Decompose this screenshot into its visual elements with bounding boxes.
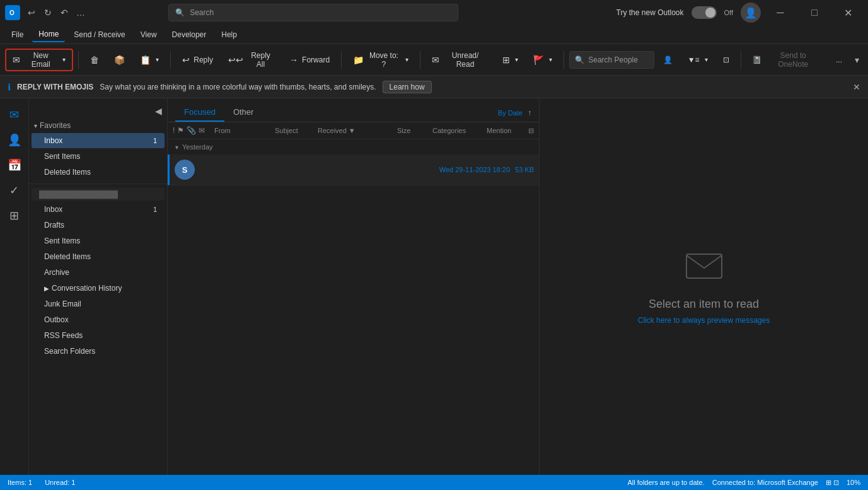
new-email-icon: ✉	[13, 55, 20, 65]
col-received-header[interactable]: Received ▼	[318, 127, 393, 134]
titlebar-right: Try the new Outlook Off 👤	[616, 3, 761, 23]
group-chevron: ▾	[175, 144, 178, 151]
by-date-label[interactable]: By Date	[498, 109, 523, 117]
menu-home[interactable]: Home	[32, 27, 65, 42]
move-to-button[interactable]: 📁 Move to: ?	[347, 49, 415, 71]
sidebar-item-deleted[interactable]: Deleted Items	[32, 249, 165, 264]
try-outlook-label: Try the new Outlook	[616, 8, 684, 17]
user-avatar[interactable]: 👤	[741, 3, 761, 23]
learn-how-button[interactable]: Learn how	[383, 81, 432, 93]
drafts-label: Drafts	[44, 221, 64, 230]
favorites-header[interactable]: ▾ Favorites	[29, 119, 167, 132]
sidebar-collapse-button[interactable]: ◀	[29, 103, 167, 119]
toolbar-collapse-button[interactable]: ▾	[851, 52, 863, 67]
menu-bar: File Home Send / Receive View Developer …	[0, 25, 868, 44]
sent-label: Sent Items	[44, 236, 80, 245]
reading-pane-title: Select an item to read	[649, 298, 759, 311]
view-settings-button[interactable]: ⊞	[496, 49, 524, 71]
email-meta: Wed 29-11-2023 18:20 53 KB	[439, 166, 534, 173]
search-folders-label: Search Folders	[44, 347, 95, 356]
person-icon-button[interactable]: 👤	[657, 49, 679, 71]
sidebar-item-sent-fav[interactable]: Sent Items	[32, 149, 165, 164]
title-search-box[interactable]: 🔍 Search	[168, 4, 458, 21]
sidebar-item-inbox-fav[interactable]: Inbox 1	[32, 133, 165, 148]
sort-direction-icon[interactable]: ↑	[528, 108, 531, 117]
menu-file[interactable]: File	[5, 28, 30, 42]
column-headers: ! ⚑ 📎 ✉ From Subject Received ▼ Size Cat…	[168, 122, 539, 139]
refresh-icon[interactable]: ↻	[42, 6, 54, 19]
category-icon: ⊡	[723, 55, 729, 64]
received-sort-icon: ▼	[349, 127, 356, 134]
new-outlook-toggle[interactable]	[692, 6, 717, 19]
sidebar-item-rss[interactable]: RSS Feeds	[32, 328, 165, 343]
folder-icon: 📁	[353, 55, 364, 65]
outbox-label: Outbox	[44, 315, 69, 324]
email-row[interactable]: S Wed 29-11-2023 18:20 53 KB	[168, 155, 539, 185]
tab-focused[interactable]: Focused	[175, 103, 224, 122]
flag-button[interactable]: 🚩	[527, 49, 558, 71]
tab-other[interactable]: Other	[224, 103, 263, 122]
status-bar: Items: 1 Unread: 1 All folders are up to…	[0, 475, 868, 490]
sidebar-item-sent[interactable]: Sent Items	[32, 233, 165, 248]
sidebar-item-junk[interactable]: Junk Email	[32, 296, 165, 312]
forward-button[interactable]: → Forward	[283, 49, 336, 71]
sent-fav-label: Sent Items	[44, 152, 80, 161]
sidebar-item-search-folders[interactable]: Search Folders	[32, 344, 165, 359]
more-icon[interactable]: …	[74, 6, 87, 19]
new-email-button[interactable]: ✉ New Email	[5, 49, 73, 71]
unread-read-button[interactable]: ✉ Unread/ Read	[425, 49, 494, 71]
conv-history-expand-icon: ▶	[44, 285, 49, 292]
sidebar-item-conversation-history[interactable]: ▶ Conversation History	[32, 281, 165, 296]
notification-close[interactable]: ✕	[853, 82, 860, 92]
inbox-fav-badge: 1	[153, 137, 157, 144]
maximize-button[interactable]: □	[800, 0, 829, 25]
close-button[interactable]: ✕	[834, 0, 863, 25]
size-header-label: Size	[397, 127, 410, 134]
archive-button[interactable]: 📦	[108, 49, 131, 71]
reply-button[interactable]: ↩ Reply	[176, 49, 219, 71]
reply-all-label: Reply All	[247, 51, 274, 69]
date-group-label: Yesterday	[182, 143, 213, 151]
reply-all-button[interactable]: ↩↩ Reply All	[222, 49, 281, 71]
filter-button[interactable]: ▼≡	[681, 49, 714, 71]
col-from-header[interactable]: From	[214, 127, 271, 134]
menu-developer[interactable]: Developer	[166, 28, 213, 42]
sidebar-item-drafts[interactable]: Drafts	[32, 218, 165, 233]
nav-calendar-icon[interactable]: 📅	[3, 154, 26, 177]
menu-send-receive[interactable]: Send / Receive	[67, 28, 131, 42]
sidebar-item-outbox[interactable]: Outbox	[32, 312, 165, 327]
menu-view[interactable]: View	[134, 28, 163, 42]
minimize-button[interactable]: ─	[766, 0, 795, 25]
col-filter-icon[interactable]: ⊟	[528, 127, 534, 135]
menu-help[interactable]: Help	[215, 28, 243, 42]
sidebar: ◀ ▾ Favorites Inbox 1 Sent Items Deleted…	[29, 98, 168, 475]
avatar-letter: S	[182, 165, 188, 175]
more-options-button[interactable]: ...	[830, 49, 848, 71]
people-search-icon: 🔍	[575, 55, 584, 64]
nav-contacts-icon[interactable]: 👤	[3, 129, 26, 151]
outlook-logo: O	[5, 5, 20, 20]
sidebar-item-inbox[interactable]: Inbox 1	[32, 202, 165, 217]
grid-icon: ⊞	[502, 55, 510, 65]
move-button[interactable]: 📋	[134, 49, 165, 71]
delete-button[interactable]: 🗑	[84, 49, 105, 71]
sidebar-item-archive[interactable]: Archive	[32, 265, 165, 280]
tabs-bar: Focused Other By Date ↑	[168, 98, 539, 122]
sidebar-item-deleted-fav[interactable]: Deleted Items	[32, 165, 165, 180]
nav-apps-icon[interactable]: ⊞	[3, 204, 26, 227]
nav-tasks-icon[interactable]: ✓	[3, 179, 26, 202]
nav-mail-icon[interactable]: ✉	[3, 103, 26, 126]
col-subject-header[interactable]: Subject	[275, 127, 314, 134]
status-all-folders: All folders are up to date.	[627, 479, 704, 486]
reading-pane-link[interactable]: Click here to always preview messages	[638, 316, 770, 325]
main-layout: ✉ 👤 📅 ✓ ⊞ ◀ ▾ Favorites Inbox 1 Sent Ite…	[0, 98, 868, 475]
col-categories-header[interactable]: Categories	[432, 127, 483, 134]
back-icon[interactable]: ↩	[25, 6, 38, 19]
search-people-field[interactable]: 🔍 Search People	[569, 51, 654, 69]
category-view-button[interactable]: ⊡	[717, 49, 736, 71]
col-size-header[interactable]: Size	[397, 127, 429, 134]
archive-label: Archive	[44, 268, 69, 277]
col-mention-header[interactable]: Mention	[487, 127, 524, 134]
undo-icon[interactable]: ↶	[58, 6, 71, 19]
send-to-onenote-button[interactable]: 📓 Send to OneNote	[746, 49, 827, 71]
